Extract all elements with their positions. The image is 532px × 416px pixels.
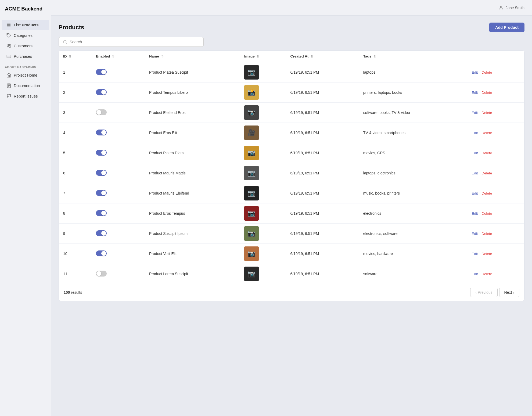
- svg-rect-7: [7, 55, 11, 58]
- col-enabled[interactable]: Enabled ⇅: [92, 51, 145, 62]
- edit-link[interactable]: Edit: [472, 211, 478, 216]
- cell-name: Product Platea Diam: [145, 143, 240, 163]
- col-created-at[interactable]: Created At ⇅: [286, 51, 359, 62]
- edit-link[interactable]: Edit: [472, 131, 478, 135]
- cell-actions: Edit Delete: [467, 224, 524, 244]
- delete-link[interactable]: Delete: [481, 171, 492, 175]
- sidebar-item-label: Purchases: [14, 54, 32, 59]
- products-table: ID ⇅ Enabled ⇅ Name ⇅ Image ⇅ Created At…: [59, 51, 524, 284]
- delete-link[interactable]: Delete: [481, 272, 492, 276]
- product-image-icon: 📷: [247, 149, 256, 157]
- toggle-enabled[interactable]: [96, 271, 107, 277]
- pagination: ‹ Previous Next ›: [470, 288, 519, 297]
- delete-link[interactable]: Delete: [481, 131, 492, 135]
- cell-created-at: 6/19/19, 6:51 PM: [286, 123, 359, 143]
- search-input[interactable]: [70, 40, 200, 44]
- cell-name: Product Eros Elit: [145, 123, 240, 143]
- cell-enabled: [92, 143, 145, 163]
- product-image: 📷: [244, 246, 259, 261]
- delete-link[interactable]: Delete: [481, 211, 492, 216]
- delete-link[interactable]: Delete: [481, 232, 492, 236]
- product-image: 🎥: [244, 125, 259, 140]
- cell-enabled: [92, 183, 145, 203]
- sidebar-item-report-issues[interactable]: Report Issues: [2, 91, 49, 101]
- edit-link[interactable]: Edit: [472, 171, 478, 175]
- delete-link[interactable]: Delete: [481, 111, 492, 115]
- sidebar-item-customers[interactable]: Customers: [2, 41, 49, 51]
- cell-enabled: [92, 123, 145, 143]
- delete-link[interactable]: Delete: [481, 151, 492, 155]
- table-row: 7 Product Mauris Eleifend 📷 6/19/19, 6:5…: [59, 183, 524, 203]
- table-body: 1 Product Platea Suscipit 📷 6/19/19, 6:5…: [59, 62, 524, 284]
- cell-image: 📷: [240, 203, 286, 224]
- sidebar-item-purchases[interactable]: Purchases: [2, 51, 49, 62]
- cell-id: 3: [59, 103, 92, 123]
- edit-link[interactable]: Edit: [472, 111, 478, 115]
- edit-link[interactable]: Edit: [472, 232, 478, 236]
- cell-image: 📷: [240, 103, 286, 123]
- cell-enabled: [92, 264, 145, 284]
- col-image[interactable]: Image ⇅: [240, 51, 286, 62]
- product-image-icon: 📸: [247, 89, 256, 96]
- cell-created-at: 6/19/19, 6:51 PM: [286, 183, 359, 203]
- sidebar-item-label: List Products: [14, 23, 39, 27]
- toggle-enabled[interactable]: [96, 69, 107, 75]
- toggle-enabled[interactable]: [96, 210, 107, 216]
- cell-image: 📷: [240, 163, 286, 183]
- toggle-enabled[interactable]: [96, 230, 107, 236]
- col-id[interactable]: ID ⇅: [59, 51, 92, 62]
- cell-image: 📷: [240, 143, 286, 163]
- sidebar-item-label: Customers: [14, 44, 33, 48]
- next-button[interactable]: Next ›: [499, 288, 519, 297]
- cell-tags: electronics, software: [359, 224, 467, 244]
- delete-link[interactable]: Delete: [481, 191, 492, 195]
- toggle-enabled[interactable]: [96, 109, 107, 115]
- toggle-knob: [101, 211, 106, 216]
- edit-link[interactable]: Edit: [472, 151, 478, 155]
- sidebar-item-project-home[interactable]: Project Home: [2, 70, 49, 80]
- toggle-enabled[interactable]: [96, 190, 107, 196]
- cell-enabled: [92, 62, 145, 83]
- products-table-wrap: ID ⇅ Enabled ⇅ Name ⇅ Image ⇅ Created At…: [59, 51, 524, 301]
- delete-link[interactable]: Delete: [481, 70, 492, 74]
- sidebar-item-documentation[interactable]: Documentation: [2, 81, 49, 91]
- cell-actions: Edit Delete: [467, 103, 524, 123]
- sidebar-section-about: ABOUT EASYADMIN: [0, 62, 51, 70]
- sidebar-item-label: Documentation: [14, 84, 40, 88]
- edit-link[interactable]: Edit: [472, 91, 478, 95]
- sidebar-item-categories[interactable]: Categories: [2, 30, 49, 41]
- cell-id: 2: [59, 83, 92, 103]
- toggle-enabled[interactable]: [96, 170, 107, 176]
- sidebar-item-list-products[interactable]: List Products: [2, 20, 49, 30]
- col-name[interactable]: Name ⇅: [145, 51, 240, 62]
- cell-name: Product Lorem Suscipit: [145, 264, 240, 284]
- cell-name: Product Eleifend Eros: [145, 103, 240, 123]
- product-image-icon: 📷: [247, 109, 256, 116]
- table-row: 1 Product Platea Suscipit 📷 6/19/19, 6:5…: [59, 62, 524, 83]
- edit-link[interactable]: Edit: [472, 191, 478, 195]
- toggle-enabled[interactable]: [96, 250, 107, 256]
- toggle-enabled[interactable]: [96, 89, 107, 95]
- svg-point-6: [9, 44, 11, 46]
- edit-link[interactable]: Edit: [472, 272, 478, 276]
- edit-link[interactable]: Edit: [472, 70, 478, 74]
- cell-name: Product Tempus Libero: [145, 83, 240, 103]
- cell-image: 📷: [240, 244, 286, 264]
- delete-link[interactable]: Delete: [481, 252, 492, 256]
- toggle-knob: [96, 271, 101, 276]
- col-actions: [467, 51, 524, 62]
- cell-enabled: [92, 103, 145, 123]
- toggle-enabled[interactable]: [96, 150, 107, 156]
- edit-link[interactable]: Edit: [472, 252, 478, 256]
- toggle-enabled[interactable]: [96, 130, 107, 135]
- delete-link[interactable]: Delete: [481, 91, 492, 95]
- col-tags[interactable]: Tags ⇅: [359, 51, 467, 62]
- previous-button[interactable]: ‹ Previous: [470, 288, 497, 297]
- add-product-button[interactable]: Add Product: [489, 23, 524, 32]
- prev-chevron-icon: ‹: [475, 290, 477, 295]
- product-image-icon: 📷: [247, 230, 256, 237]
- product-image-icon: 📷: [247, 169, 256, 177]
- user-icon: [499, 5, 504, 10]
- cell-tags: music, books, printers: [359, 183, 467, 203]
- product-image-icon: 📷: [247, 210, 256, 217]
